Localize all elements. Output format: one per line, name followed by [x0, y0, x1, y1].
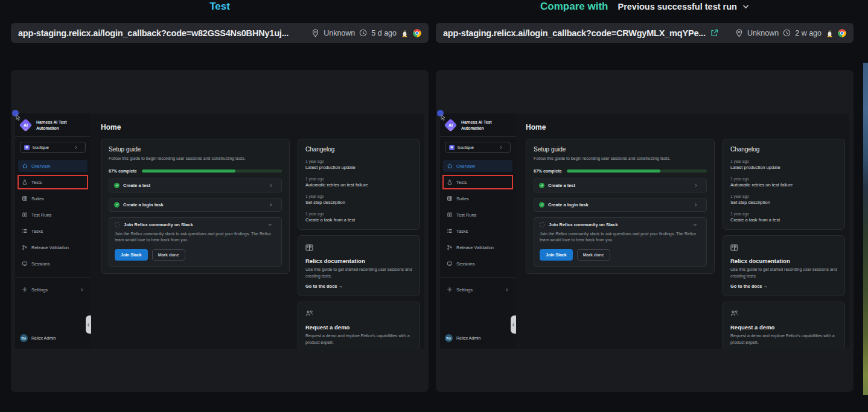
sidebar-item-sessions[interactable]: Sessions	[18, 258, 88, 270]
project-selector[interactable]: B boutique	[20, 142, 86, 153]
documentation-title: Relicx documentation	[305, 258, 412, 264]
chevron-down-icon	[693, 223, 701, 227]
compare-header: Compare with Previous successful test ru…	[436, 1, 854, 13]
right-compare-panel: AI Harness AI Test Automation B boutique	[436, 70, 854, 392]
setup-guide-card: Setup guide Follow this guide to begin r…	[526, 139, 715, 274]
clock-icon	[783, 29, 791, 37]
sidebar-item-release-validation[interactable]: Release Validation	[443, 241, 512, 253]
chevron-right-icon	[269, 183, 276, 188]
sidebar-item-overview[interactable]: Overview	[443, 160, 512, 172]
brand: AI Harness AI Test Automation	[15, 113, 91, 136]
request-demo-description: Request a demo and explore Relicx's capa…	[730, 333, 837, 346]
test-panel-title: Test	[11, 1, 429, 13]
titlebar: Test Compare with Previous successful te…	[0, 0, 868, 16]
list-icon	[22, 228, 28, 234]
linux-tux-icon	[826, 28, 834, 37]
sidebar-item-tasks[interactable]: Tasks	[18, 225, 88, 237]
compare-run-dropdown[interactable]: Previous successful test run	[617, 2, 748, 11]
sidebar-item-settings[interactable]: Settings	[443, 284, 512, 296]
sidebar-item-settings[interactable]: Settings	[18, 284, 88, 296]
sidebar-item-sessions[interactable]: Sessions	[443, 258, 512, 270]
sidebar-item-tests[interactable]: Tests	[443, 176, 512, 188]
check-icon	[114, 183, 120, 188]
join-slack-button[interactable]: Join Slack	[115, 249, 148, 261]
grid-icon	[447, 195, 453, 201]
book-icon	[730, 244, 738, 251]
right-url: app-staging.relicx.ai/login_callback?cod…	[443, 28, 706, 38]
brand: AI Harness AI Test Automation	[440, 113, 515, 136]
documentation-title: Relicx documentation	[730, 258, 837, 264]
chevron-right-icon	[499, 145, 506, 150]
left-location-label: Unknown	[324, 29, 355, 37]
user-name: Relicx Admin	[31, 336, 56, 340]
user-row[interactable]: RA Relicx Admin	[440, 329, 515, 349]
check-icon	[539, 202, 544, 208]
sidebar-item-suites[interactable]: Suites	[18, 192, 88, 204]
sidebar-item-overview[interactable]: Overview	[18, 160, 88, 172]
user-avatar: RA	[445, 334, 453, 342]
chrome-browser-icon	[413, 29, 421, 37]
project-badge: B	[449, 145, 455, 150]
cursor-icon	[16, 115, 21, 121]
join-slack-button[interactable]: Join Slack	[540, 249, 573, 261]
setup-item-create-test[interactable]: Create a test	[534, 179, 707, 192]
mark-done-button[interactable]: Mark done	[577, 249, 610, 261]
left-age-label: 5 d ago	[371, 29, 397, 37]
slack-item-header[interactable]: Join Relicx community on Slack	[115, 222, 276, 227]
left-screenshot-slot: AI Harness AI Test Automation B boutique	[15, 113, 424, 349]
request-demo-title: Request a demo	[305, 324, 412, 331]
people-icon	[305, 310, 314, 317]
sidebar-collapse-handle[interactable]	[86, 315, 91, 334]
main-content: Home Setup guide Follow this guide to be…	[515, 113, 849, 349]
mark-done-button[interactable]: Mark done	[152, 249, 185, 261]
chevron-right-icon	[269, 203, 276, 207]
app-screenshot: AI Harness AI Test Automation B boutique	[440, 113, 849, 349]
changelog-entry: 1 year ago Automatic retries on test fai…	[730, 177, 837, 188]
right-age-label: 2 w ago	[795, 29, 822, 37]
changelog-title: Changelog	[305, 146, 412, 153]
sidebar-item-tests[interactable]: Tests	[18, 176, 88, 188]
setup-item-create-login-task[interactable]: Create a login task	[109, 198, 282, 212]
setup-guide-card: Setup guide Follow this guide to begin r…	[101, 139, 290, 274]
changelog-entry: 1 year ago Set step description	[730, 194, 837, 205]
sidebar-item-test-runs[interactable]: Test Runs	[443, 209, 512, 221]
chevron-right-icon	[74, 145, 81, 150]
changelog-title: Changelog	[730, 146, 837, 153]
sidebar-collapse-handle[interactable]	[511, 315, 516, 334]
go-to-docs-link[interactable]: Go to the docs →	[305, 284, 412, 289]
go-to-docs-link[interactable]: Go to the docs →	[730, 284, 837, 289]
slack-item-header[interactable]: Join Relicx community on Slack	[540, 222, 701, 227]
setup-guide-title: Setup guide	[534, 146, 707, 153]
setup-item-create-test[interactable]: Create a test	[109, 179, 282, 192]
home-icon	[22, 163, 28, 169]
chevron-right-icon	[694, 183, 701, 188]
sidebar-nav: Overview Tests Suites Test Runs T	[15, 160, 91, 274]
columns-icon	[447, 212, 453, 218]
left-url-bar[interactable]: app-staging.relicx.ai/login_callback?cod…	[11, 23, 429, 43]
external-link-icon[interactable]	[710, 29, 718, 37]
project-selector[interactable]: B boutique	[445, 142, 511, 153]
chevron-down-icon	[268, 223, 276, 227]
topbar: Home	[91, 113, 424, 132]
unchecked-circle-icon	[540, 222, 545, 227]
project-badge: B	[24, 145, 30, 150]
changelog-entry: 1 year ago Automatic retries on test fai…	[305, 177, 412, 188]
changelog-entry: 1 year ago Latest production update	[305, 159, 412, 170]
screen-icon	[22, 261, 28, 267]
project-name: boutique	[458, 145, 474, 150]
sidebar-item-release-validation[interactable]: Release Validation	[18, 241, 88, 253]
sidebar-item-tasks[interactable]: Tasks	[443, 225, 512, 237]
right-url-bar[interactable]: app-staging.relicx.ai/login_callback?cod…	[436, 23, 854, 43]
divider	[15, 136, 91, 137]
cursor-icon	[441, 115, 446, 121]
progress-label: 67% complete	[534, 169, 562, 173]
changelog-entry: 1 year ago Create a task from a test	[305, 212, 412, 223]
sidebar-item-suites[interactable]: Suites	[443, 192, 512, 204]
topbar: Home	[515, 113, 849, 132]
sidebar-item-test-runs[interactable]: Test Runs	[18, 209, 88, 221]
user-row[interactable]: RA Relicx Admin	[15, 329, 91, 349]
brand-name: Harness AI Test Automation	[36, 119, 67, 130]
setup-item-join-slack: Join Relicx community on Slack Join the …	[109, 217, 282, 267]
clock-icon	[359, 29, 367, 37]
setup-item-create-login-task[interactable]: Create a login task	[534, 198, 707, 212]
